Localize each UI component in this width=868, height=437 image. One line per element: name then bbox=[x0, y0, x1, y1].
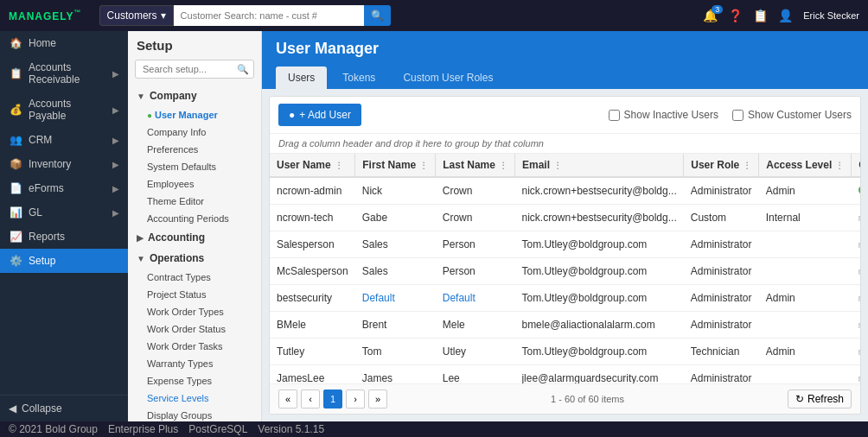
setup-item-work-order-status[interactable]: Work Order Status bbox=[128, 320, 261, 338]
setup-item-system-defaults[interactable]: System Defaults bbox=[128, 158, 261, 175]
cell-username: ncrown-admin bbox=[270, 177, 355, 205]
sidebar-item-eforms[interactable]: 📄 eForms ▶ bbox=[0, 176, 128, 200]
tab-custom-user-roles[interactable]: Custom User Roles bbox=[391, 66, 505, 89]
setup-item-employees[interactable]: Employees bbox=[128, 175, 261, 193]
pagination: « ‹ 1 › » 1 - 60 of 60 items ↻ Refresh bbox=[270, 383, 860, 414]
section-arrow-icon: ▼ bbox=[137, 92, 145, 101]
col-header-userrole[interactable]: User Role⋮ bbox=[684, 154, 759, 177]
page-title: User Manager bbox=[276, 40, 854, 58]
cell-accesslevel bbox=[759, 258, 852, 285]
search-input[interactable] bbox=[174, 5, 364, 26]
cell-email: Tom.Utley@boldgroup.com bbox=[514, 285, 683, 312]
customer-dropdown[interactable]: Customers ▾ bbox=[99, 5, 174, 26]
setup-item-work-order-types[interactable]: Work Order Types bbox=[128, 303, 261, 320]
cell-lastname: Crown bbox=[436, 205, 515, 231]
col-header-online[interactable]: Online⋮ bbox=[852, 154, 860, 177]
show-inactive-check[interactable]: Show Inactive Users bbox=[609, 109, 718, 121]
cell-username: ncrown-tech bbox=[270, 205, 355, 231]
cell-accesslevel: Internal bbox=[759, 205, 852, 231]
logo: MANAGELY™ bbox=[9, 8, 82, 23]
prev-page-button[interactable]: ‹ bbox=[301, 390, 320, 408]
user-name[interactable]: Erick Stecker bbox=[803, 10, 859, 21]
setup-item-expense-types[interactable]: Expense Types bbox=[128, 372, 261, 390]
eforms-icon: 📄 bbox=[9, 182, 22, 194]
sidebar-item-label: Accounts Payable bbox=[29, 98, 106, 122]
cell-online: no bbox=[852, 312, 860, 339]
setup-item-service-levels[interactable]: Service Levels bbox=[128, 390, 261, 407]
table-row: McSalespersonSalesPersonTom.Utley@boldgr… bbox=[270, 258, 860, 285]
sidebar-item-inventory[interactable]: 📦 Inventory ▶ bbox=[0, 152, 128, 176]
tab-tokens[interactable]: Tokens bbox=[330, 66, 387, 89]
setup-search-container: 🔍 bbox=[135, 60, 254, 79]
add-user-button[interactable]: ● + Add User bbox=[278, 104, 361, 126]
col-header-lastname[interactable]: Last Name⋮ bbox=[436, 154, 515, 177]
chevron-right-icon: ▶ bbox=[112, 160, 119, 169]
cell-lastname: Person bbox=[436, 258, 515, 285]
refresh-button[interactable]: ↻ Refresh bbox=[788, 390, 852, 408]
setup-item-preferences[interactable]: Preferences bbox=[128, 141, 261, 158]
last-page-button[interactable]: » bbox=[368, 390, 387, 408]
footer-item: Enterprise Plus bbox=[108, 423, 178, 435]
cell-accesslevel: Admin bbox=[759, 339, 852, 365]
col-sort-icon[interactable]: ⋮ bbox=[499, 161, 507, 170]
setup-item-company-info[interactable]: Company Info bbox=[128, 124, 261, 141]
cell-firstname: Sales bbox=[355, 258, 436, 285]
cell-username: bestsecurity bbox=[270, 285, 355, 312]
setup-item-display-groups[interactable]: Display Groups bbox=[128, 407, 261, 421]
setup-item-project-status[interactable]: Project Status bbox=[128, 286, 261, 303]
content-header: User Manager bbox=[262, 31, 868, 66]
setup-section-header-accounting[interactable]: ▶Accounting bbox=[128, 227, 261, 248]
setup-item-contract-types[interactable]: Contract Types bbox=[128, 269, 261, 286]
setup-section-header-operations[interactable]: ▼Operations bbox=[128, 248, 261, 269]
setup-item-theme-editor[interactable]: Theme Editor bbox=[128, 193, 261, 210]
show-customer-check[interactable]: Show Customer Users bbox=[732, 109, 852, 121]
col-header-accesslevel[interactable]: Access Level⋮ bbox=[759, 154, 852, 177]
tasks-icon[interactable]: 📋 bbox=[753, 9, 768, 22]
sidebar-item-accounts-payable[interactable]: 💰 Accounts Payable ▶ bbox=[0, 92, 128, 128]
sidebar-item-crm[interactable]: 👥 CRM ▶ bbox=[0, 128, 128, 152]
cell-userrole: Administrator bbox=[684, 312, 759, 339]
sidebar-item-reports[interactable]: 📈 Reports bbox=[0, 225, 128, 249]
setup-item-warranty-types[interactable]: Warranty Types bbox=[128, 355, 261, 372]
help-icon[interactable]: ❓ bbox=[728, 9, 743, 22]
inactive-checkbox[interactable] bbox=[609, 110, 620, 121]
cell-lastname: Crown bbox=[436, 177, 515, 205]
sidebar-item-gl[interactable]: 📊 GL ▶ bbox=[0, 200, 128, 225]
cell-firstname: Tom bbox=[355, 339, 436, 365]
setup-item-work-order-tasks[interactable]: Work Order Tasks bbox=[128, 338, 261, 355]
refresh-icon: ↻ bbox=[795, 393, 804, 405]
col-sort-icon[interactable]: ⋮ bbox=[743, 161, 751, 170]
setup-section-header-company[interactable]: ▼Company bbox=[128, 86, 261, 106]
cell-accesslevel bbox=[759, 365, 852, 384]
cell-firstname: Sales bbox=[355, 231, 436, 258]
chevron-right-icon: ▶ bbox=[112, 208, 119, 218]
sidebar-item-label: Home bbox=[29, 37, 119, 49]
first-page-button[interactable]: « bbox=[278, 390, 297, 408]
collapse-button[interactable]: ◀ Collapse bbox=[0, 395, 128, 421]
sidebar-item-home[interactable]: 🏠 Home bbox=[0, 31, 128, 55]
page-1-button[interactable]: 1 bbox=[323, 390, 342, 408]
search-button[interactable]: 🔍 bbox=[364, 5, 391, 26]
cell-firstname[interactable]: Default bbox=[355, 285, 436, 312]
customer-checkbox[interactable] bbox=[732, 110, 744, 121]
content-area: User Manager UsersTokensCustom User Role… bbox=[262, 31, 868, 421]
tab-users[interactable]: Users bbox=[276, 66, 327, 89]
setup-item-user-manager[interactable]: ●User Manager bbox=[128, 106, 261, 124]
collapse-label: Collapse bbox=[22, 402, 62, 415]
cell-accesslevel bbox=[759, 231, 852, 258]
cell-lastname[interactable]: Default bbox=[436, 285, 515, 312]
col-sort-icon[interactable]: ⋮ bbox=[835, 161, 844, 170]
col-header-username[interactable]: User Name⋮ bbox=[270, 154, 355, 177]
user-avatar-icon[interactable]: 👤 bbox=[778, 9, 793, 22]
next-page-button[interactable]: › bbox=[346, 390, 365, 408]
col-sort-icon[interactable]: ⋮ bbox=[335, 161, 343, 170]
setup-item-accounting-periods[interactable]: Accounting Periods bbox=[128, 210, 261, 227]
notification-bell-icon[interactable]: 🔔 3 bbox=[703, 9, 718, 22]
main-layout: 🏠 Home 📋 Accounts Receivable ▶💰 Accounts… bbox=[0, 31, 868, 421]
col-header-firstname[interactable]: First Name⋮ bbox=[355, 154, 436, 177]
col-sort-icon[interactable]: ⋮ bbox=[419, 161, 428, 170]
col-sort-icon[interactable]: ⋮ bbox=[553, 161, 562, 170]
col-header-email[interactable]: Email⋮ bbox=[514, 154, 683, 177]
sidebar-item-accounts-receivable[interactable]: 📋 Accounts Receivable ▶ bbox=[0, 55, 128, 92]
sidebar-item-setup[interactable]: ⚙️ Setup bbox=[0, 249, 128, 273]
